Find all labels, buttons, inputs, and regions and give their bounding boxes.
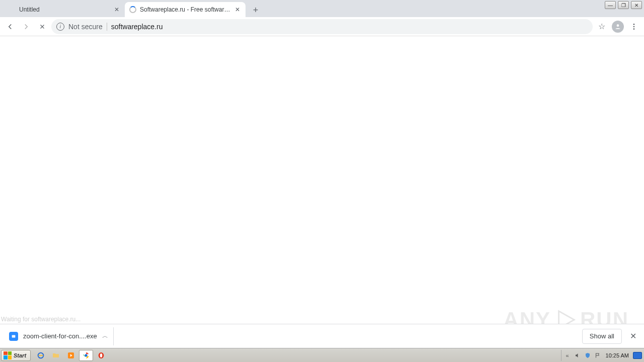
- show-all-downloads-button[interactable]: Show all: [582, 329, 622, 344]
- close-tab-icon[interactable]: ✕: [113, 6, 121, 14]
- file-icon: [9, 332, 18, 341]
- taskbar: Start « 10:25 AM: [0, 348, 644, 362]
- browser-tab-2[interactable]: Softwareplace.ru - Free software ca ✕: [125, 2, 246, 17]
- opera-icon[interactable]: [94, 350, 108, 361]
- download-filename: zoom-client-for-con....exe: [23, 332, 97, 340]
- url-text: softwareplace.ru: [111, 23, 163, 31]
- window-controls: — ❐ ✕: [605, 1, 642, 9]
- browser-menu-icon[interactable]: [627, 20, 641, 34]
- system-tray: « 10:25 AM: [561, 350, 644, 361]
- ie-icon[interactable]: [34, 350, 48, 361]
- forward-button[interactable]: [19, 20, 33, 34]
- quick-launch: [34, 350, 108, 361]
- tab-favicon-blank: [8, 6, 16, 14]
- shield-icon[interactable]: [584, 351, 592, 359]
- maximize-button[interactable]: ❐: [618, 1, 629, 9]
- site-info-icon[interactable]: i: [56, 23, 64, 31]
- back-button[interactable]: [3, 20, 17, 34]
- start-label: Start: [14, 352, 26, 358]
- svg-point-1: [633, 24, 635, 25]
- taskbar-clock[interactable]: 10:25 AM: [604, 352, 631, 358]
- new-tab-button[interactable]: +: [249, 3, 263, 17]
- page-content: Waiting for softwareplace.ru...: [0, 36, 644, 324]
- stop-reload-button[interactable]: [35, 20, 49, 34]
- close-tab-icon[interactable]: ✕: [233, 6, 242, 14]
- svg-point-0: [617, 24, 619, 27]
- download-item[interactable]: zoom-client-for-con....exe ︿: [4, 327, 114, 345]
- windows-logo-icon: [4, 351, 12, 359]
- tab-title: Softwareplace.ru - Free software ca: [140, 6, 233, 13]
- browser-toolbar: i Not secure softwareplace.ru ☆: [0, 17, 644, 36]
- status-bar-text: Waiting for softwareplace.ru...: [1, 316, 80, 323]
- show-all-label: Show all: [590, 332, 614, 340]
- flag-icon[interactable]: [594, 351, 602, 359]
- monitor-icon[interactable]: [633, 352, 642, 359]
- svg-point-12: [100, 353, 103, 357]
- address-bar[interactable]: i Not secure softwareplace.ru: [51, 19, 593, 34]
- media-player-icon[interactable]: [64, 350, 78, 361]
- svg-point-3: [633, 28, 635, 30]
- svg-point-2: [633, 26, 635, 27]
- bookmark-star-icon[interactable]: ☆: [595, 20, 609, 34]
- tab-strip: Untitled ✕ Softwareplace.ru - Free softw…: [0, 0, 644, 17]
- start-button[interactable]: Start: [1, 350, 31, 361]
- security-status: Not secure: [68, 23, 103, 31]
- minimize-button[interactable]: —: [605, 1, 616, 9]
- svg-rect-5: [12, 335, 16, 337]
- close-download-shelf-icon[interactable]: ✕: [626, 329, 640, 343]
- volume-icon[interactable]: [574, 351, 582, 359]
- profile-avatar[interactable]: [611, 20, 625, 34]
- download-shelf: zoom-client-for-con....exe ︿ Show all ✕: [0, 324, 644, 348]
- loading-spinner-icon: [129, 6, 137, 14]
- omnibox-divider: [107, 23, 107, 31]
- browser-tab-1[interactable]: Untitled ✕: [4, 2, 125, 17]
- tab-title: Untitled: [19, 6, 113, 13]
- chevron-up-icon[interactable]: ︿: [102, 332, 108, 340]
- window-close-button[interactable]: ✕: [631, 1, 642, 9]
- chrome-icon[interactable]: [79, 350, 93, 361]
- expand-tray-icon[interactable]: «: [564, 351, 572, 359]
- explorer-icon[interactable]: [49, 350, 63, 361]
